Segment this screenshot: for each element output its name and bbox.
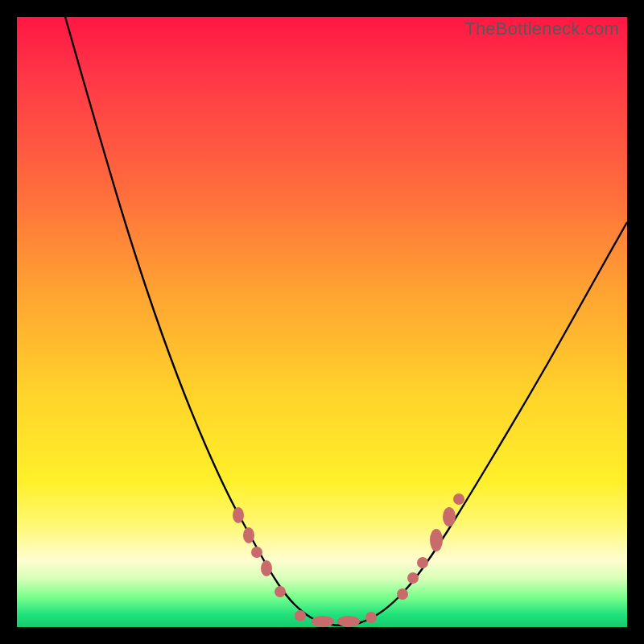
curve-markers [233, 493, 464, 627]
curve-marker [453, 493, 464, 505]
chart-frame: TheBottleneck.com [0, 0, 644, 644]
curve-marker [295, 610, 306, 621]
curve-marker [275, 586, 286, 597]
curve-marker [312, 616, 334, 627]
curve-marker [251, 547, 262, 558]
curve-marker [417, 557, 428, 568]
curve-marker [430, 529, 443, 551]
curve-marker [337, 616, 360, 627]
curve-marker [443, 507, 456, 526]
curve-marker [243, 527, 254, 543]
plot-area: TheBottleneck.com [17, 17, 627, 627]
curve-marker [407, 572, 419, 584]
curve-marker [261, 560, 272, 576]
bottleneck-curve [65, 17, 627, 625]
curve-layer [17, 17, 627, 627]
curve-marker [365, 612, 377, 623]
curve-marker [397, 588, 408, 600]
curve-marker [233, 507, 244, 523]
